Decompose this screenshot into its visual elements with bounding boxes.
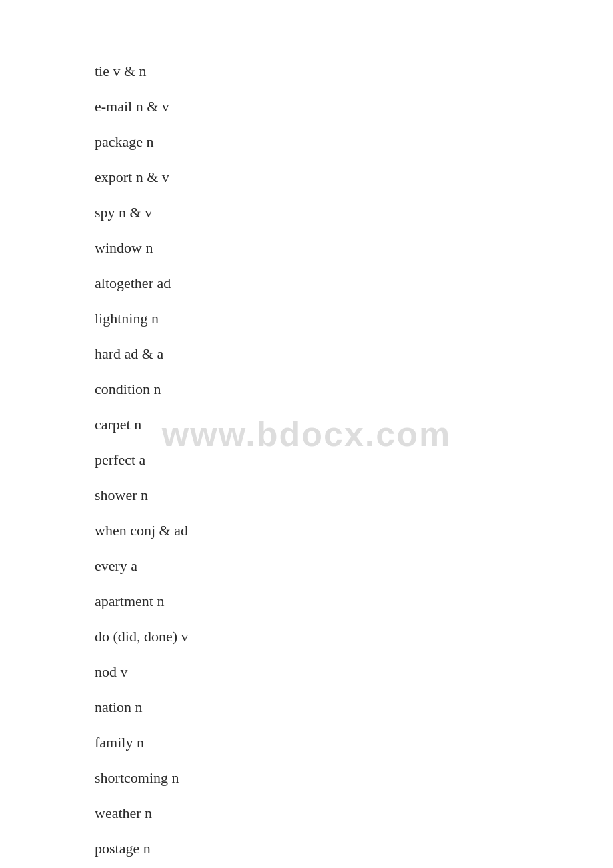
list-item: window n — [95, 230, 613, 265]
page-container: www.bdocx.com tie v & ne-mail n & vpacka… — [0, 0, 613, 868]
list-item: carpet n — [95, 407, 613, 442]
list-item: postage n — [95, 831, 613, 866]
list-item: do (did, done) v — [95, 619, 613, 654]
list-item: altogether ad — [95, 265, 613, 301]
list-item: lightning n — [95, 301, 613, 336]
list-item: nod v — [95, 654, 613, 689]
list-item: e-mail n & v — [95, 89, 613, 124]
list-item: condition n — [95, 371, 613, 407]
list-item: shortcoming n — [95, 760, 613, 795]
list-item: shower n — [95, 477, 613, 513]
list-item: every a — [95, 548, 613, 583]
list-item: family n — [95, 725, 613, 760]
list-item: nation n — [95, 689, 613, 725]
list-item: apartment n — [95, 583, 613, 619]
list-item: weather n — [95, 795, 613, 831]
list-item: package n — [95, 124, 613, 159]
list-item: spy n & v — [95, 195, 613, 230]
list-item: tie v & n — [95, 53, 613, 89]
list-item: when conj & ad — [95, 513, 613, 548]
word-list: tie v & ne-mail n & vpackage nexport n &… — [95, 53, 613, 868]
list-item: export n & v — [95, 159, 613, 195]
list-item: perfect a — [95, 442, 613, 477]
list-item: hard ad & a — [95, 336, 613, 371]
